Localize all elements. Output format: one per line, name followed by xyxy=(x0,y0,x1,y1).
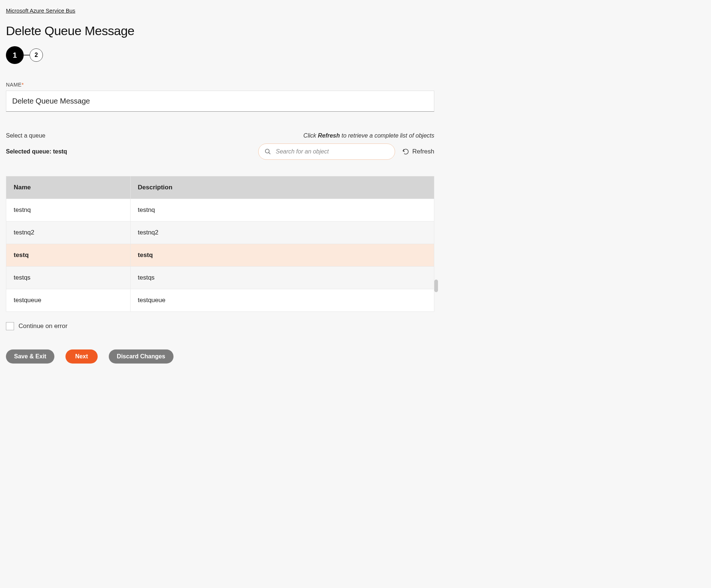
select-queue-label: Select a queue xyxy=(6,132,46,139)
continue-on-error-checkbox[interactable] xyxy=(6,322,14,330)
svg-point-0 xyxy=(266,149,270,153)
refresh-icon xyxy=(402,148,409,155)
table-row[interactable]: testqueuetestqueue xyxy=(6,289,434,312)
table-row[interactable]: testqtestq xyxy=(6,244,434,267)
next-button[interactable]: Next xyxy=(65,349,98,364)
breadcrumb-link[interactable]: Microsoft Azure Service Bus xyxy=(6,7,75,14)
queue-table: Name Description testnqtestnqtestnq2test… xyxy=(6,176,434,312)
name-field-label: NAME* xyxy=(6,82,434,88)
name-input[interactable] xyxy=(6,91,434,112)
cell-description: testnq2 xyxy=(130,222,434,244)
table-row[interactable]: testnq2testnq2 xyxy=(6,222,434,244)
refresh-button[interactable]: Refresh xyxy=(402,148,434,155)
breadcrumb: Microsoft Azure Service Bus xyxy=(6,7,434,14)
cell-description: testq xyxy=(130,244,434,267)
search-icon xyxy=(264,148,271,155)
action-bar: Save & Exit Next Discard Changes xyxy=(6,349,434,364)
cell-description: testnq xyxy=(130,199,434,222)
cell-description: testqueue xyxy=(130,289,434,312)
table-row[interactable]: testnqtestnq xyxy=(6,199,434,222)
scrollbar-thumb[interactable] xyxy=(434,280,438,292)
stepper: 1 2 xyxy=(6,46,434,64)
search-box[interactable] xyxy=(258,143,395,160)
search-input[interactable] xyxy=(276,148,389,155)
step-2[interactable]: 2 xyxy=(30,48,43,62)
cell-name: testnq2 xyxy=(6,222,131,244)
continue-on-error-label[interactable]: Continue on error xyxy=(18,322,67,330)
refresh-hint: Click Refresh to retrieve a complete lis… xyxy=(303,132,434,139)
discard-changes-button[interactable]: Discard Changes xyxy=(109,349,173,364)
cell-description: testqs xyxy=(130,267,434,289)
svg-line-1 xyxy=(269,153,270,154)
col-name-header[interactable]: Name xyxy=(6,176,131,199)
page-title: Delete Queue Message xyxy=(6,24,434,38)
step-connector xyxy=(24,55,30,55)
cell-name: testqs xyxy=(6,267,131,289)
step-1[interactable]: 1 xyxy=(6,46,24,64)
table-row[interactable]: testqstestqs xyxy=(6,267,434,289)
col-description-header[interactable]: Description xyxy=(130,176,434,199)
cell-name: testnq xyxy=(6,199,131,222)
save-exit-button[interactable]: Save & Exit xyxy=(6,349,54,364)
queue-table-wrap: Name Description testnqtestnqtestnq2test… xyxy=(6,176,434,312)
cell-name: testqueue xyxy=(6,289,131,312)
selected-queue-label: Selected queue: testq xyxy=(6,148,67,155)
cell-name: testq xyxy=(6,244,131,267)
